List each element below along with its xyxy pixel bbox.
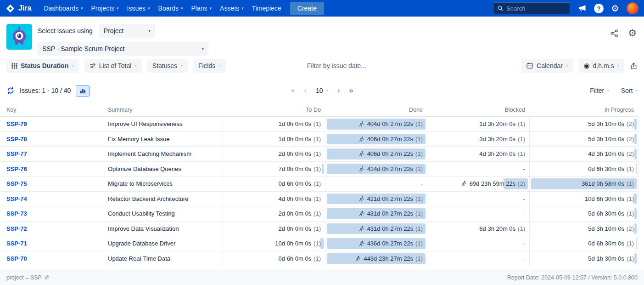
nav-dashboards[interactable]: Dashboards▾ [39, 0, 87, 17]
page-size-select[interactable]: 10▾ [316, 87, 328, 94]
duration-value: 0d 6h 0m 0s [279, 180, 312, 187]
duration-value: 0d 6h 30m 0s [588, 240, 624, 247]
chevron-down-icon: ▾ [134, 64, 137, 68]
issue-selector-section: Select issues using Project▾ SSP - Sampl… [0, 17, 644, 58]
column-header-todo[interactable]: To Do [223, 107, 325, 113]
issue-count: (1) [314, 210, 321, 217]
nav-timepiece[interactable]: Timepiece [248, 0, 286, 17]
pagination-next-button[interactable]: › [337, 87, 340, 94]
issue-key-link[interactable]: SSP-73 [6, 210, 27, 217]
issue-count: (1) [415, 165, 423, 172]
project-dropdown[interactable]: SSP - Sample Scrum Project▾ [38, 42, 208, 56]
jira-logo[interactable]: Jira [6, 4, 31, 13]
issue-count: (1) [415, 210, 423, 217]
user-avatar[interactable] [627, 2, 638, 14]
duration-value: 404d 0h 27m 22s [367, 120, 413, 127]
select-method-dropdown[interactable]: Project▾ [99, 24, 155, 38]
column-header-key[interactable]: Key [0, 107, 101, 113]
nav-assets[interactable]: Assets▾ [216, 0, 248, 17]
issue-count: (1) [314, 240, 321, 247]
calendar-icon [526, 62, 533, 69]
chevron-down-icon: ▾ [566, 64, 568, 68]
issue-key-link[interactable]: SSP-78 [6, 136, 27, 142]
export-icon[interactable] [630, 62, 638, 70]
issue-date-filter[interactable]: Filter by issue date... [307, 62, 366, 69]
pagination-prev-button[interactable]: ‹ [304, 87, 307, 94]
key-cell: SSP-79 [0, 117, 101, 131]
pagination-last-button[interactable]: » [349, 87, 353, 94]
issue-summary: Conduct Usability Testing [101, 206, 223, 221]
todo-duration-cell: 0d 6h 0m 0s(1) [223, 177, 325, 191]
duration-value: 5d 6h 30m 0s [588, 210, 624, 217]
duration-value: 1d 0h 0m 0s [279, 136, 312, 142]
chevron-down-icon: ▾ [617, 64, 619, 68]
duration-value: 5d 1h 30m 0s [588, 255, 624, 262]
help-icon[interactable]: ? [594, 4, 604, 13]
duration-bar [634, 208, 637, 219]
done-duration-cell: 406d 0h 27m 22s(1) [325, 132, 427, 147]
column-header-done[interactable]: Done [325, 107, 427, 113]
nav-boards[interactable]: Boards▾ [154, 0, 187, 17]
select-issues-label: Select issues using [38, 27, 93, 34]
runner-icon [358, 226, 364, 232]
refresh-icon[interactable] [6, 86, 15, 95]
column-header-inprogress[interactable]: In Progress [530, 107, 638, 113]
chevron-down-icon: ▾ [241, 6, 244, 11]
issue-summary: Fix Memory Leak Issue [101, 132, 223, 147]
fields-dropdown[interactable]: Fields▾ [193, 59, 226, 73]
duration-value: 6d 3h 20m 0s [479, 225, 515, 232]
nav-projects[interactable]: Projects▾ [87, 0, 123, 17]
gear-icon[interactable]: ⚙ [611, 4, 619, 13]
duration-value: 1d 0h 0m 0s [279, 120, 312, 127]
external-link-icon[interactable] [44, 275, 49, 280]
duration-value: 7d 0h 0m 0s [279, 165, 312, 172]
key-cell: SSP-71 [0, 236, 101, 251]
report-type-dropdown[interactable]: Status Duration▾ [6, 59, 79, 73]
issue-key-link[interactable]: SSP-79 [6, 120, 27, 127]
megaphone-icon[interactable] [577, 4, 587, 13]
nav-issues[interactable]: Issues▾ [123, 0, 154, 17]
sort-dropdown[interactable]: Sort▾ [621, 87, 638, 94]
issue-key-link[interactable]: SSP-74 [6, 195, 27, 202]
report-footer: project = SSP Report Date: 2024-05-09 12… [0, 270, 644, 285]
table-row: SSP-76Optimize Database Queries7d 0h 0m … [0, 162, 638, 177]
search-input[interactable] [506, 5, 561, 12]
share-icon[interactable] [610, 29, 619, 38]
issue-summary: Improve Data Visualization [101, 222, 223, 236]
table-row: SSP-79Improve UI Responsiveness1d 0h 0m … [0, 117, 638, 132]
issue-count: (1) [627, 240, 634, 247]
duration-value: 10d 6h 30m 0s [585, 195, 624, 202]
chart-view-button[interactable] [76, 85, 90, 97]
list-type-dropdown[interactable]: List of Total▾ [84, 59, 142, 73]
table-row: SSP-78Fix Memory Leak Issue1d 0h 0m 0s(1… [0, 132, 638, 147]
blocked-duration-cell: 69d 23h 59m 22s(2) [427, 177, 530, 191]
pagination-first-button[interactable]: « [291, 87, 295, 94]
issue-count: (1) [518, 150, 525, 157]
issue-count: (1) [314, 136, 321, 142]
issue-key-link[interactable]: SSP-72 [6, 225, 27, 232]
issue-key-link[interactable]: SSP-76 [6, 165, 27, 172]
settings-gear-icon[interactable]: ⚙ [628, 28, 637, 38]
duration-bar [634, 223, 637, 234]
filter-dropdown[interactable]: Filter▾ [590, 87, 609, 94]
issue-count: (1) [314, 195, 321, 202]
issue-key-link[interactable]: SSP-77 [6, 150, 27, 157]
column-header-blocked[interactable]: Blocked [427, 107, 530, 113]
create-button[interactable]: Create [290, 2, 324, 15]
bar-chart-icon [80, 88, 86, 94]
issue-key-link[interactable]: SSP-70 [6, 255, 27, 262]
todo-duration-cell: 2d 0h 0m 0s(1) [223, 206, 325, 221]
issue-key-link[interactable]: SSP-75 [6, 180, 27, 187]
issue-key-link[interactable]: SSP-71 [6, 240, 27, 247]
top-navigation: Jira Dashboards▾ Projects▾ Issues▾ Board… [0, 0, 644, 17]
statuses-dropdown[interactable]: Statuses▾ [147, 59, 188, 73]
time-unit-dropdown[interactable]: ◉ d.h.m.s▾ [578, 59, 624, 73]
duration-bar [634, 253, 637, 264]
column-header-summary[interactable]: Summary [101, 107, 223, 113]
duration-value: 443d 23h 27m 22s [364, 255, 413, 262]
calendar-dropdown[interactable]: Calendar▾ [521, 59, 573, 73]
search-box[interactable] [493, 2, 570, 14]
issue-count: (1) [627, 165, 634, 172]
duration-bar [322, 164, 324, 175]
nav-plans[interactable]: Plans▾ [187, 0, 216, 17]
